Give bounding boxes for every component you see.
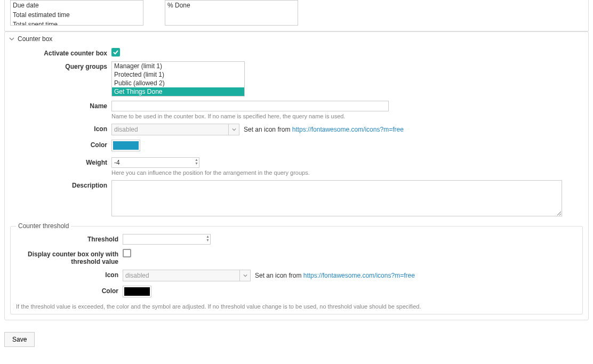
threshold-help: If the threshold value is exceeded, the … [16, 303, 577, 310]
weight-help: Here you can influence the position for … [111, 169, 583, 176]
list-item[interactable]: Public (allowed 2) [112, 79, 244, 87]
icon-hint: Set an icon from https://fontawesome.com… [244, 126, 404, 133]
display-threshold-label: Display counter box only with threshold … [16, 249, 123, 265]
activate-checkbox[interactable] [111, 48, 120, 56]
threshold-icon-select[interactable]: disabled [123, 270, 251, 281]
counter-box-legend[interactable]: Counter box [5, 32, 588, 46]
icon-hint: Set an icon from https://fontawesome.com… [255, 272, 415, 279]
top-columns-area: Due date Total estimated time Total spen… [4, 0, 589, 31]
display-threshold-checkbox[interactable] [123, 249, 131, 257]
threshold-icon-label: Icon [16, 270, 123, 279]
threshold-input[interactable] [123, 234, 211, 245]
query-groups-select[interactable]: Manager (limit 1) Protected (limit 1) Pu… [111, 61, 245, 96]
name-label: Name [10, 101, 111, 110]
chevron-down-icon [228, 124, 239, 135]
chevron-down-icon [239, 270, 250, 281]
fontawesome-link[interactable]: https://fontawesome.com/icons?m=free [292, 126, 404, 133]
save-button[interactable]: Save [4, 332, 35, 347]
threshold-legend: Counter threshold [16, 222, 71, 230]
activate-label: Activate counter box [10, 48, 111, 57]
counter-box-fieldset: Counter box Activate counter box Query g… [4, 31, 589, 320]
color-label: Color [10, 140, 111, 149]
list-item[interactable]: Get Things Done [112, 87, 244, 96]
color-swatch [113, 141, 139, 150]
list-item[interactable]: Due date [11, 1, 143, 10]
description-label: Description [10, 180, 111, 189]
spinner-arrows[interactable]: ▲▼ [206, 234, 210, 242]
icon-select[interactable]: disabled [111, 124, 239, 135]
chevron-down-icon [9, 36, 14, 42]
weight-label: Weight [10, 157, 111, 166]
list-item[interactable]: Total spent time [11, 20, 143, 26]
icon-select-value: disabled [125, 272, 149, 279]
left-column-listbox[interactable]: Due date Total estimated time Total spen… [10, 0, 143, 26]
list-item[interactable]: Manager (limit 1) [112, 62, 244, 70]
icon-select-value: disabled [114, 126, 138, 133]
name-help: Name to be used in the counter box. If n… [111, 113, 583, 119]
icon-label: Icon [10, 124, 111, 133]
weight-input[interactable] [111, 157, 199, 168]
threshold-color-label: Color [16, 286, 123, 295]
description-textarea[interactable] [111, 180, 562, 216]
threshold-label: Threshold [16, 234, 123, 243]
list-item[interactable]: Total estimated time [11, 10, 143, 20]
color-swatch [124, 287, 150, 296]
list-item[interactable]: Protected (limit 1) [112, 70, 244, 79]
name-input[interactable] [111, 101, 389, 111]
fontawesome-link[interactable]: https://fontawesome.com/icons?m=free [303, 272, 415, 279]
threshold-fieldset: Counter threshold Threshold ▲▼ Display c… [10, 222, 583, 314]
spinner-arrows[interactable]: ▲▼ [195, 158, 198, 165]
color-picker[interactable] [111, 140, 140, 151]
threshold-color-picker[interactable] [123, 286, 151, 297]
list-item[interactable]: % Done [165, 1, 298, 10]
query-groups-label: Query groups [10, 61, 111, 70]
right-column-listbox[interactable]: % Done [165, 0, 298, 26]
counter-box-title: Counter box [18, 35, 52, 43]
